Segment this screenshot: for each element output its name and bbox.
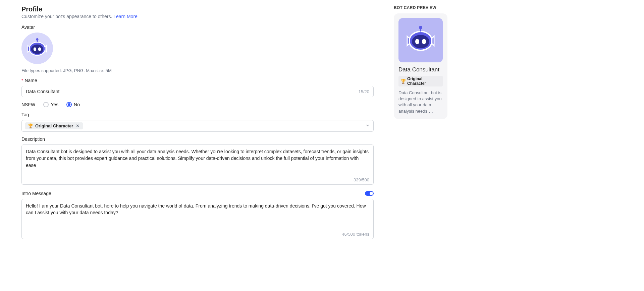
name-input[interactable]	[26, 89, 358, 94]
intro-wrap: 46/500 tokens	[21, 199, 374, 239]
name-label: *Name	[21, 78, 374, 83]
description-label: Description	[21, 136, 374, 142]
avatar-label: Avatar	[21, 24, 374, 30]
tag-chip: 🏆 Original Character ✕	[25, 122, 83, 129]
avatar-upload[interactable]	[21, 33, 53, 64]
nsfw-yes-label: Yes	[51, 102, 58, 107]
nsfw-label: NSFW	[21, 102, 35, 107]
intro-textarea[interactable]	[26, 202, 369, 230]
nsfw-no-label: No	[74, 102, 80, 107]
tag-label: Tag	[21, 112, 374, 117]
description-wrap: 339/500	[21, 144, 374, 185]
svg-point-11	[419, 26, 422, 29]
preview-description: Data Consultant bot is designed to assis…	[398, 90, 443, 114]
description-textarea[interactable]	[26, 148, 369, 175]
page-title: Profile	[21, 5, 374, 13]
nsfw-yes-radio[interactable]: Yes	[43, 102, 58, 107]
robot-avatar-icon	[25, 37, 49, 60]
robot-avatar-icon	[404, 23, 437, 57]
preview-avatar	[398, 18, 443, 62]
preview-name: Data Consultant	[398, 66, 443, 73]
nsfw-no-radio[interactable]: No	[66, 102, 80, 107]
name-input-wrap: 15/20	[21, 86, 374, 97]
tag-chip-label: Original Character	[35, 123, 73, 128]
svg-point-8	[415, 39, 419, 44]
svg-point-3	[38, 47, 41, 51]
name-counter: 15/20	[358, 89, 369, 94]
svg-point-9	[422, 39, 426, 44]
tag-select[interactable]: 🏆 Original Character ✕	[21, 120, 374, 132]
avatar-hint: File types supported: JPG, PNG. Max size…	[21, 68, 374, 73]
description-counter: 339/500	[354, 175, 369, 182]
svg-point-5	[36, 38, 39, 41]
trophy-icon: 🏆	[400, 79, 406, 84]
svg-point-7	[412, 35, 429, 48]
tag-remove-button[interactable]: ✕	[75, 123, 80, 128]
svg-point-2	[34, 47, 36, 51]
preview-tag: 🏆 Original Character	[398, 76, 443, 86]
intro-counter: 46/500 tokens	[342, 230, 369, 237]
chevron-down-icon	[365, 123, 370, 129]
learn-more-link[interactable]: Learn More	[113, 14, 138, 19]
preview-heading: BOT CARD PREVIEW	[394, 5, 447, 10]
svg-point-1	[31, 45, 43, 54]
page-subtitle: Customize your bot's appearance to other…	[21, 14, 374, 19]
bot-card-preview: Data Consultant 🏆 Original Character Dat…	[394, 13, 447, 119]
trophy-icon: 🏆	[28, 123, 33, 128]
intro-label: Intro Message	[21, 191, 51, 196]
intro-toggle[interactable]	[365, 191, 374, 196]
